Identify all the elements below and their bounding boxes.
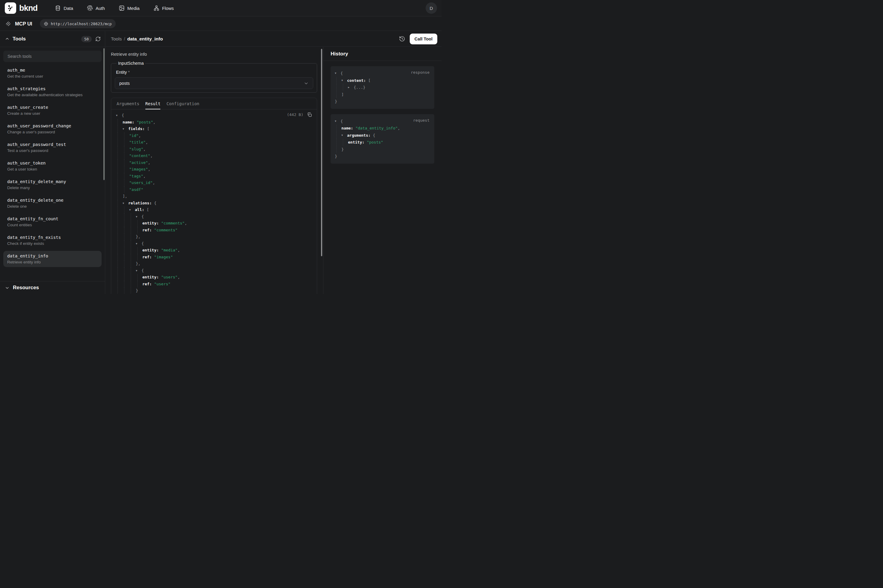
collapse-caret-icon[interactable]: ▼ xyxy=(136,267,141,274)
resources-section-header[interactable]: Resources xyxy=(0,281,105,294)
sidebar-item-auth_user_password_change[interactable]: auth_user_password_change Change a user'… xyxy=(3,121,102,137)
indent-guide xyxy=(123,234,129,240)
entry-type-label: request xyxy=(413,118,430,123)
indent-guide xyxy=(335,132,342,139)
indent-guide xyxy=(123,173,129,180)
sidebar-item-auth_strategies[interactable]: auth_strategies Get the available authen… xyxy=(3,84,102,100)
globe-icon xyxy=(44,22,48,26)
sidebar-item-data_entity_info[interactable]: data_entity_info Retrieve entity info xyxy=(3,251,102,267)
nav-item-auth[interactable]: Auth xyxy=(87,5,105,11)
indent-guide xyxy=(136,254,142,261)
json-line: ] xyxy=(335,91,430,98)
chevron-up-icon[interactable] xyxy=(5,37,10,41)
collapse-caret-icon[interactable]: ▼ xyxy=(123,126,128,132)
indent-guide xyxy=(116,119,123,126)
server-url: http://localhost:28623/mcp xyxy=(51,22,112,26)
indent-guide xyxy=(129,260,136,267)
mcp-ui-title: MCP UI xyxy=(15,21,32,27)
chevron-down-icon xyxy=(5,285,10,290)
indent-guide xyxy=(116,207,123,213)
collapse-caret-icon[interactable]: ▼ xyxy=(123,200,128,207)
collapse-caret-icon[interactable]: ▼ xyxy=(129,207,135,213)
result-container: Arguments Result Configuration (442 B) ▼… xyxy=(111,98,317,294)
history-entry-request[interactable]: request ▼{name: "data_entity_info",▼argu… xyxy=(331,114,434,164)
main-scrollbar[interactable] xyxy=(321,49,322,256)
json-line: entity: "media", xyxy=(116,247,312,254)
server-url-pill[interactable]: http://localhost:28623/mcp xyxy=(40,19,116,28)
indent-guide xyxy=(123,287,129,294)
json-line: entity: "users", xyxy=(116,274,312,281)
sidebar-item-auth_me[interactable]: auth_me Get the current user xyxy=(3,65,102,81)
json-line: "asdf" xyxy=(116,186,312,193)
json-line: "users_id", xyxy=(116,180,312,186)
collapse-caret-icon[interactable]: ▼ xyxy=(136,240,141,247)
entry-type-label: response xyxy=(411,70,430,75)
collapse-caret-icon[interactable]: ▼ xyxy=(136,213,141,220)
tab-arguments[interactable]: Arguments xyxy=(114,98,142,109)
indent-guide xyxy=(123,207,129,213)
indent-guide xyxy=(116,186,123,193)
json-line: ▼{ xyxy=(116,267,312,274)
breadcrumb-section[interactable]: Tools xyxy=(111,36,122,42)
json-line: "images", xyxy=(116,166,312,173)
refresh-tools-button[interactable] xyxy=(95,36,101,42)
image-icon xyxy=(119,5,125,11)
sidebar-item-auth_user_password_test[interactable]: auth_user_password_test Test a user's pa… xyxy=(3,140,102,156)
mcp-bar: MCP UI http://localhost:28623/mcp xyxy=(0,17,442,31)
sidebar-item-auth_user_create[interactable]: auth_user_create Create a new user xyxy=(3,102,102,118)
history-panel: History response ▼{▼content: [▶{...}]} r… xyxy=(323,47,442,294)
nav-item-media[interactable]: Media xyxy=(119,5,140,11)
nav-item-flows[interactable]: Flows xyxy=(153,5,174,11)
expand-caret-icon[interactable]: ▶ xyxy=(348,84,354,91)
tools-scroll-area: auth_me Get the current user auth_strate… xyxy=(0,47,105,281)
json-line: name: "posts", xyxy=(116,119,312,126)
user-avatar[interactable]: D xyxy=(426,2,437,14)
sidebar-item-data_entity_fn_exists[interactable]: data_entity_fn_exists Check if entity ex… xyxy=(3,232,102,249)
indent-guide xyxy=(136,220,142,227)
json-line: ▼fields: [ xyxy=(116,126,312,132)
sidebar-item-data_entity_delete_one[interactable]: data_entity_delete_one Delete one xyxy=(3,195,102,211)
sidebar-scrollbar[interactable] xyxy=(103,48,105,180)
top-nav-items: Data Auth Media Flows xyxy=(55,5,174,11)
nav-item-data[interactable]: Data xyxy=(55,5,73,11)
json-line: ], xyxy=(116,193,312,200)
sidebar-item-auth_user_token[interactable]: auth_user_token Get a user token xyxy=(3,158,102,174)
entity-select[interactable]: posts xyxy=(115,77,313,89)
indent-guide xyxy=(129,234,136,240)
json-line: ▼content: [ xyxy=(335,77,430,84)
indent-guide xyxy=(116,213,123,220)
history-icon[interactable] xyxy=(399,36,405,42)
collapse-caret-icon[interactable]: ▼ xyxy=(335,70,340,77)
json-line: } xyxy=(335,98,430,105)
indent-guide xyxy=(335,124,342,132)
indent-guide xyxy=(116,139,123,146)
history-entry-response[interactable]: response ▼{▼content: [▶{...}]} xyxy=(331,66,434,109)
indent-guide xyxy=(116,267,123,274)
indent-guide xyxy=(123,139,129,146)
database-icon xyxy=(55,5,61,11)
breadcrumb-current: data_entity_info xyxy=(127,36,163,42)
collapse-caret-icon[interactable]: ▼ xyxy=(116,112,122,119)
search-tools-input[interactable] xyxy=(3,51,102,62)
sidebar-item-data_entity_delete_many[interactable]: data_entity_delete_many Delete many xyxy=(3,177,102,193)
collapse-caret-icon[interactable]: ▼ xyxy=(335,118,340,125)
bknd-logo-icon[interactable] xyxy=(5,2,16,14)
call-tool-button[interactable]: Call Tool xyxy=(410,34,437,44)
indent-guide xyxy=(116,153,123,159)
tab-result[interactable]: Result xyxy=(142,98,163,109)
indent-guide xyxy=(136,227,142,234)
collapse-caret-icon[interactable]: ▼ xyxy=(342,132,347,139)
tab-configuration[interactable]: Configuration xyxy=(163,98,202,109)
indent-guide xyxy=(335,91,342,98)
copy-icon[interactable] xyxy=(307,112,312,117)
indent-guide xyxy=(123,281,129,288)
indent-guide xyxy=(129,274,136,281)
tools-title: Tools xyxy=(13,36,26,42)
json-line: ▼all: [ xyxy=(116,207,312,213)
indent-guide xyxy=(123,240,129,247)
sidebar-item-data_entity_fn_count[interactable]: data_entity_fn_count Count entities xyxy=(3,214,102,230)
indent-guide xyxy=(136,274,142,281)
resources-title: Resources xyxy=(13,285,39,291)
collapse-caret-icon[interactable]: ▼ xyxy=(342,77,347,84)
json-line: ref: "users" xyxy=(116,281,312,288)
